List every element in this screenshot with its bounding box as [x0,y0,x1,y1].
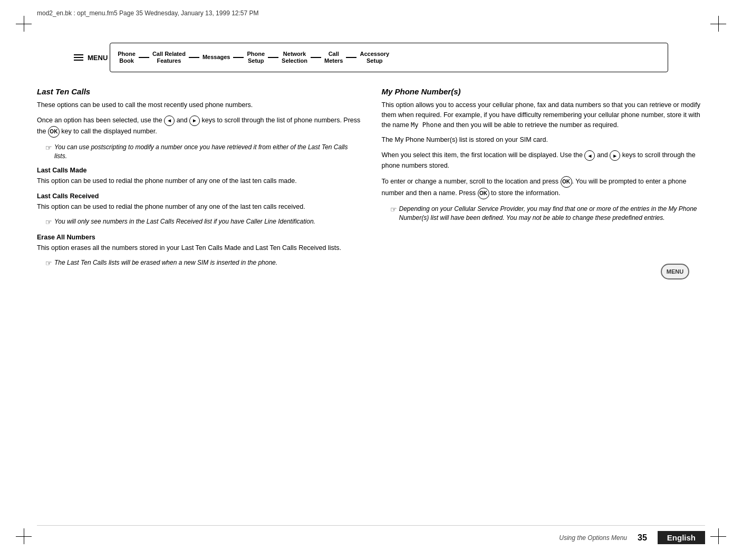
nav-sep-3 [233,57,244,58]
subsec-last-calls-made-body: This option can be used to redial the ph… [37,176,361,186]
left-column: Last Ten Calls These options can be used… [37,87,361,518]
file-info-text: mod2_en.bk : opt_menu.fm5 Page 35 Wednes… [37,9,259,17]
nav-sep-1 [139,57,149,58]
nav-messages[interactable]: Messages [199,54,234,61]
corner-mark-tl [16,16,32,32]
nav-accessory-setup[interactable]: Accessory Setup [356,51,392,64]
footer-page-number: 35 [638,533,647,543]
nav-call-meters[interactable]: Call Meters [321,51,346,64]
main-content: Last Ten Calls These options can be used… [37,87,705,518]
note-icon-1: ☞ [45,143,52,153]
nav-bar: MENU Phone Book Call Related Features Me… [74,40,668,75]
subsec-erase-body: This option erases all the numbers store… [37,243,361,253]
ok-key-icon: OK [48,126,60,138]
left-note3: ☞ The Last Ten Calls lists will be erase… [45,258,361,269]
footer-language: English [658,531,705,544]
code-my-phone: My Phone [411,121,441,129]
subsec-last-calls-made-title: Last Calls Made [37,167,361,174]
left-note1: ☞ You can use postscripting to modify a … [45,143,361,161]
note-icon-2: ☞ [45,217,52,228]
right-arrow-icon: ► [189,115,200,126]
right-para2: The My Phone Number(s) list is stored on… [382,135,706,145]
menu-button-label: MENU [667,268,683,275]
subsec-last-calls-received-title: Last Calls Received [37,192,361,200]
footer: Using the Options Menu 35 English [37,525,705,544]
menu-lines-indicator [74,54,86,61]
right-section-title: My Phone Number(s) [382,87,706,96]
note-icon-3: ☞ [45,258,52,269]
footer-italic-text: Using the Options Menu [559,534,627,542]
nav-phone-setup[interactable]: Phone Setup [244,51,268,64]
ok-icon-right2: OK [478,188,489,199]
right-para3: When you select this item, the first loc… [382,150,706,171]
nav-phone-book[interactable]: Phone Book [114,51,139,64]
nav-network-selection[interactable]: Network Selection [278,51,311,64]
nav-sep-6 [346,57,356,58]
nav-bracket: Phone Book Call Related Features Message… [110,43,668,72]
subsec-erase-title: Erase All Numbers [37,234,361,241]
nav-sep-2 [189,57,199,58]
file-header: mod2_en.bk : opt_menu.fm5 Page 35 Wednes… [37,9,259,17]
left-note2: ☞ You will only see numbers in the Last … [45,217,361,228]
right-right-arrow-icon: ► [610,150,620,161]
nav-sep-5 [311,57,321,58]
right-column: My Phone Number(s) This option allows yo… [382,87,706,518]
corner-mark-bl [16,528,32,544]
menu-label: MENU [88,54,108,62]
left-para2: Once an option has been selected, use th… [37,115,361,138]
right-left-arrow-icon: ◄ [584,150,595,161]
note-icon-right: ☞ [390,205,397,215]
subsec-last-calls-received-body: This option can be used to redial the ph… [37,202,361,212]
right-note: ☞ Depending on your Cellular Service Pro… [390,205,706,223]
left-section-title: Last Ten Calls [37,87,361,96]
right-para4: To enter or change a number, scroll to t… [382,176,706,199]
menu-button[interactable]: MENU [661,264,689,279]
left-intro: These options can be used to call the mo… [37,100,361,110]
right-para1: This option allows you to access your ce… [382,100,706,130]
corner-mark-br [710,528,726,544]
nav-call-related[interactable]: Call Related Features [149,51,189,64]
nav-sep-4 [268,57,278,58]
ok-icon-right1: OK [561,176,572,188]
left-arrow-icon: ◄ [164,115,175,126]
corner-mark-tr [710,16,726,32]
